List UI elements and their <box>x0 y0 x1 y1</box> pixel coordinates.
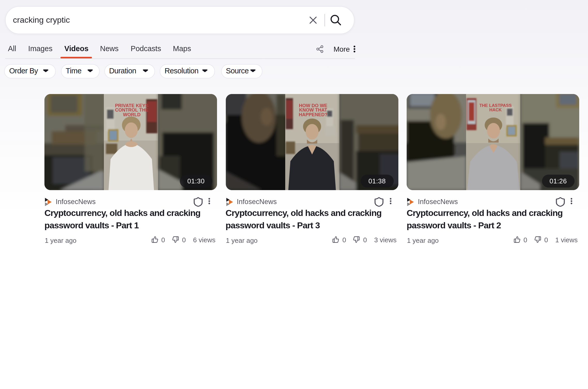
svg-text:THE LASTPASS: THE LASTPASS <box>479 103 512 108</box>
svg-text:HAPPENED?: HAPPENED? <box>298 112 327 117</box>
svg-text:HACK: HACK <box>489 107 502 112</box>
svg-text:WORLD: WORLD <box>123 112 141 117</box>
